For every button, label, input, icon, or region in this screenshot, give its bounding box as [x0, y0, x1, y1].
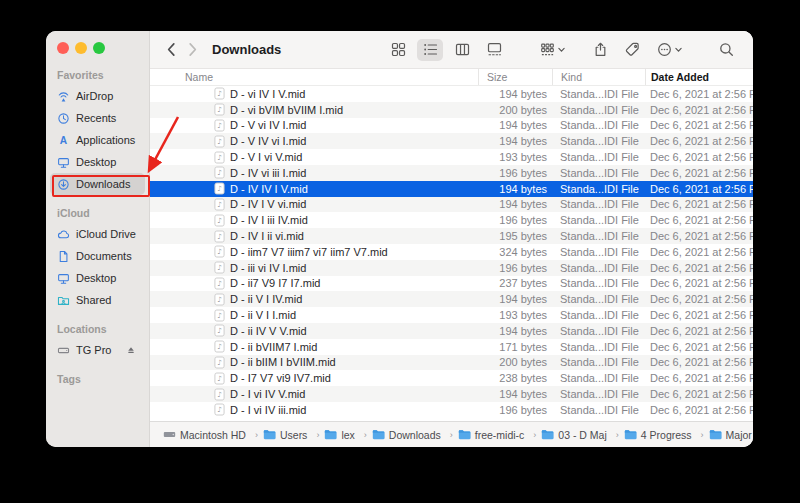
path-bar: Macintosh HD › Users › lex › [150, 421, 753, 447]
sidebar-item[interactable]: Recents [50, 107, 145, 129]
path-bar-item[interactable]: Users › [263, 429, 324, 441]
file-size: 238 bytes [478, 372, 552, 384]
table-row[interactable]: D - ii bIIM I bVIIM.mid 200 bytes Standa… [150, 355, 753, 371]
table-row[interactable]: D - iii vi IV I.mid 196 bytes Standa...I… [150, 260, 753, 276]
table-row[interactable]: D - IV vi iii I.mid 196 bytes Standa...I… [150, 165, 753, 181]
table-row[interactable]: D - ii bVIIM7 I.mid 171 bytes Standa...I… [150, 339, 753, 355]
sidebar-item[interactable]: Applications [50, 129, 145, 151]
column-header-name[interactable]: Name [150, 69, 478, 85]
path-bar-item[interactable]: Downloads › [372, 429, 458, 441]
midi-file-icon [214, 340, 225, 353]
folder-icon [709, 429, 722, 440]
path-separator: › [364, 430, 367, 440]
column-view-button[interactable] [449, 39, 475, 61]
table-row[interactable]: D - ii7 V9 I7 I7.mid 237 bytes Standa...… [150, 276, 753, 292]
eject-icon[interactable] [126, 345, 136, 355]
file-name: D - IV I iii IV.mid [230, 214, 308, 226]
share-button[interactable] [587, 39, 613, 61]
tag-button[interactable] [619, 39, 645, 61]
file-name: D - ii V I I.mid [230, 309, 296, 321]
column-header-date-added[interactable]: Date Added [645, 69, 753, 85]
path-separator: › [255, 430, 258, 440]
table-row[interactable]: D - ii V I I.mid 193 bytes Standa...IDI … [150, 307, 753, 323]
table-row[interactable]: D - V IV vi I.mid 194 bytes Standa...IDI… [150, 133, 753, 149]
file-name: D - iii vi IV I.mid [230, 262, 306, 274]
path-bar-item[interactable]: 4 Progress › [624, 429, 709, 441]
file-size: 193 bytes [478, 151, 552, 163]
file-size: 195 bytes [478, 230, 552, 242]
file-name: D - IV IV I V.mid [230, 183, 308, 195]
file-kind: Standa...IDI File [552, 372, 645, 384]
icon-view-button[interactable] [385, 39, 411, 61]
table-row[interactable]: D - V vi IV I.mid 194 bytes Standa...IDI… [150, 118, 753, 134]
file-date-added: Dec 6, 2021 at 2:56 PM [645, 325, 753, 337]
file-kind: Standa...IDI File [552, 309, 645, 321]
table-row[interactable]: D - IV I iii IV.mid 196 bytes Standa...I… [150, 212, 753, 228]
column-header-kind[interactable]: Kind [552, 69, 645, 85]
table-row[interactable]: D - I vi IV V.mid 194 bytes Standa...IDI… [150, 386, 753, 402]
back-button[interactable] [166, 42, 176, 57]
file-size: 194 bytes [478, 135, 552, 147]
table-row[interactable]: D - I7 V7 vi9 IV7.mid 238 bytes Standa..… [150, 370, 753, 386]
file-date-added: Dec 6, 2021 at 2:56 PM [645, 214, 753, 226]
table-row[interactable]: D - ii V I IV.mid 194 bytes Standa...IDI… [150, 291, 753, 307]
file-name-cell: D - I vi IV iii.mid [150, 403, 478, 416]
path-bar-item[interactable]: Macintosh HD › [163, 429, 263, 441]
file-date-added: Dec 6, 2021 at 2:56 PM [645, 167, 753, 179]
column-header-size[interactable]: Size [478, 69, 552, 85]
table-row[interactable]: D - V I vi V.mid 193 bytes Standa...IDI … [150, 149, 753, 165]
path-item-label: Downloads [389, 429, 441, 441]
path-bar-item[interactable]: 03 - D Maj › [541, 429, 623, 441]
table-row[interactable]: D - iim7 V7 iiim7 vi7 iim7 V7.mid 324 by… [150, 244, 753, 260]
more-actions-button[interactable] [651, 39, 687, 61]
file-kind: Standa...IDI File [552, 214, 645, 226]
list-view-button[interactable] [417, 39, 443, 61]
forward-button[interactable] [176, 42, 198, 57]
file-name-cell: D - IV vi iii I.mid [150, 166, 478, 179]
file-size: 194 bytes [478, 88, 552, 100]
file-name-cell: D - IV I ii vi.mid [150, 230, 478, 243]
sidebar-item[interactable]: Shared [50, 289, 145, 311]
file-name: D - IV vi iii I.mid [230, 167, 306, 179]
midi-file-icon [214, 135, 225, 148]
sidebar-item[interactable]: Desktop [50, 267, 145, 289]
table-row[interactable]: D - vi IV I V.mid 194 bytes Standa...IDI… [150, 86, 753, 102]
file-date-added: Dec 6, 2021 at 2:56 PM [645, 88, 753, 100]
sidebar-section-locations: Locations TG Pro [46, 311, 149, 361]
search-button[interactable] [713, 39, 739, 61]
table-row[interactable]: D - vi bVIM bVIIM I.mid 200 bytes Standa… [150, 102, 753, 118]
hard-drive-icon [57, 344, 70, 357]
finder-window: Favorites AirDrop Recents [46, 31, 753, 447]
path-item-label: 03 - D Maj [558, 429, 606, 441]
sidebar: Favorites AirDrop Recents [46, 31, 150, 447]
gallery-view-icon [487, 42, 502, 57]
minimize-window-button[interactable] [75, 42, 87, 54]
path-bar-item[interactable]: free-midi-c › [458, 429, 542, 441]
table-row[interactable]: D - ii IV V V.mid 194 bytes Standa...IDI… [150, 323, 753, 339]
file-name-cell: D - vi IV I V.mid [150, 87, 478, 100]
zoom-window-button[interactable] [93, 42, 105, 54]
file-name: D - V vi IV I.mid [230, 119, 306, 131]
file-date-added: Dec 6, 2021 at 2:56 PM [645, 183, 753, 195]
file-name-cell: D - ii7 V9 I7 I7.mid [150, 277, 478, 290]
table-row[interactable]: D - IV I V vi.mid 194 bytes Standa...IDI… [150, 197, 753, 213]
sidebar-item[interactable]: TG Pro [50, 339, 145, 361]
table-row[interactable]: D - IV IV I V.mid 194 bytes Standa...IDI… [150, 181, 753, 197]
file-date-added: Dec 6, 2021 at 2:56 PM [645, 151, 753, 163]
file-size: 196 bytes [478, 167, 552, 179]
sidebar-item[interactable]: Desktop [50, 151, 145, 173]
sidebar-item[interactable]: Downloads [50, 173, 145, 195]
path-bar-item[interactable]: Major › [709, 429, 753, 441]
sidebar-item[interactable]: Documents [50, 245, 145, 267]
close-window-button[interactable] [57, 42, 69, 54]
table-row[interactable]: D - IV I ii vi.mid 195 bytes Standa...ID… [150, 228, 753, 244]
sidebar-item[interactable]: AirDrop [50, 85, 145, 107]
gallery-view-button[interactable] [481, 39, 507, 61]
path-bar-item[interactable]: lex › [324, 429, 371, 441]
grouping-button[interactable] [533, 39, 571, 61]
file-date-added: Dec 6, 2021 at 2:56 PM [645, 404, 753, 416]
table-row[interactable]: D - I vi IV iii.mid 196 bytes Standa...I… [150, 402, 753, 418]
recents-icon [57, 112, 70, 125]
path-separator: › [533, 430, 536, 440]
sidebar-item[interactable]: iCloud Drive [50, 223, 145, 245]
